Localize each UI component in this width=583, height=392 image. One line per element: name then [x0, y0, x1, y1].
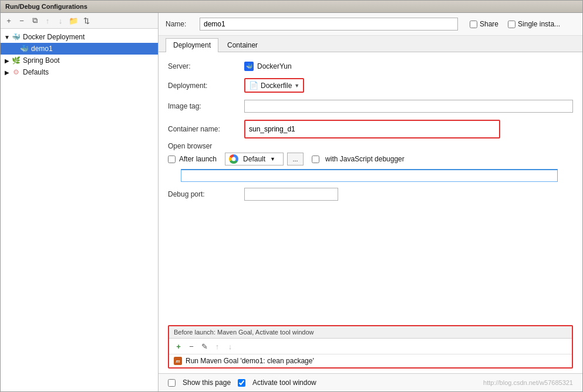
demo1-icon: 🐳 — [19, 44, 29, 53]
before-edit-button[interactable]: ✎ — [198, 340, 210, 352]
open-browser-label: Open browser — [168, 142, 573, 150]
spring-boot-icon: 🌿 — [11, 56, 21, 65]
share-label: Share — [480, 20, 498, 28]
maven-goal-label: Run Maven Goal 'demo1: clean package' — [186, 357, 314, 365]
single-instance-label: Single insta... — [518, 20, 560, 28]
name-label: Name: — [166, 20, 195, 28]
left-toolbar: + − ⧉ ↑ ↓ 📁 ⇅ — [1, 13, 158, 29]
share-area: Share — [470, 20, 498, 28]
defaults-icon: ⚙ — [11, 67, 21, 77]
activate-tool-label: Activate tool window — [252, 379, 316, 387]
main-window: Run/Debug Configurations + − ⧉ ↑ ↓ 📁 ⇅ ▼… — [0, 0, 583, 392]
show-page-label: Show this page — [183, 379, 231, 387]
add-config-button[interactable]: + — [3, 15, 15, 26]
image-tag-input[interactable] — [244, 100, 573, 113]
title-bar: Run/Debug Configurations — [1, 1, 582, 13]
sort-button[interactable]: ⇅ — [80, 15, 92, 26]
before-launch-title: Before launch: Maven Goal, Activate tool… — [174, 329, 314, 336]
server-docker-icon: 🐳 — [244, 62, 254, 71]
copy-config-button[interactable]: ⧉ — [29, 15, 41, 26]
single-instance-area: Single insta... — [508, 20, 560, 28]
tree-item-demo1[interactable]: 🐳 demo1 — [1, 43, 158, 55]
chrome-icon — [229, 154, 238, 164]
debug-port-input[interactable] — [244, 188, 338, 201]
after-launch-label: After launch — [179, 155, 217, 163]
url-row — [168, 169, 573, 182]
image-tag-row: Image tag: — [168, 96, 573, 116]
name-input[interactable] — [200, 18, 458, 31]
share-checkbox[interactable] — [470, 21, 477, 28]
spring-boot-label: Spring Boot — [23, 56, 60, 65]
before-launch-toolbar: + − ✎ ↑ ↓ — [169, 339, 572, 354]
server-label: Server: — [168, 62, 244, 70]
server-name: DockerYun — [257, 62, 292, 70]
before-launch-header: Before launch: Maven Goal, Activate tool… — [169, 326, 572, 339]
dockerfile-icon: 📄 — [249, 81, 258, 90]
config-area: Server: 🐳 DockerYun Deployment: 📄 Docker… — [159, 52, 582, 325]
after-launch-checkbox[interactable] — [168, 156, 176, 163]
tree-arrow-docker: ▼ — [3, 33, 11, 41]
deployment-dropdown-arrow[interactable]: ▼ — [294, 83, 299, 89]
tabs-bar: Deployment Container — [159, 36, 582, 52]
container-name-row: Container name: — [168, 116, 573, 142]
show-page-checkbox[interactable] — [168, 379, 176, 387]
debug-port-row: Debug port: — [168, 184, 573, 204]
tree-arrow-demo1 — [11, 45, 19, 53]
watermark: http://blog.csdn.net/w57685321 — [483, 379, 573, 386]
title-text: Run/Debug Configurations — [5, 3, 87, 10]
server-row: Server: 🐳 DockerYun — [168, 58, 573, 75]
debug-port-label: Debug port: — [168, 190, 244, 198]
tab-container[interactable]: Container — [220, 38, 265, 52]
url-input[interactable] — [181, 169, 558, 182]
single-instance-checkbox[interactable] — [508, 21, 515, 28]
before-add-button[interactable]: + — [173, 340, 184, 352]
defaults-label: Defaults — [23, 68, 49, 76]
browser-name: Default — [243, 155, 265, 163]
before-down-button[interactable]: ↓ — [224, 340, 236, 352]
js-debugger-label: with JavaScript debugger — [325, 155, 405, 163]
before-remove-button[interactable]: − — [186, 340, 197, 352]
tree-area: ▼ 🐳 Docker Deployment 🐳 demo1 ▶ 🌿 Spring… — [1, 29, 158, 391]
before-launch-area: Before launch: Maven Goal, Activate tool… — [168, 325, 573, 369]
server-value: 🐳 DockerYun — [244, 62, 292, 71]
tree-group-docker[interactable]: ▼ 🐳 Docker Deployment — [1, 31, 158, 43]
main-content: + − ⧉ ↑ ↓ 📁 ⇅ ▼ 🐳 Docker Deployment 🐳 — [1, 13, 582, 391]
tree-arrow-spring: ▶ — [3, 56, 11, 65]
deployment-value: Dockerfile — [261, 82, 292, 90]
container-name-section — [244, 120, 500, 138]
tree-arrow-defaults: ▶ — [3, 68, 11, 76]
before-up-button[interactable]: ↑ — [211, 340, 223, 352]
remove-config-button[interactable]: − — [16, 15, 28, 26]
deployment-label: Deployment: — [168, 82, 244, 90]
deployment-section: 📄 Dockerfile ▼ — [244, 78, 304, 93]
move-up-button[interactable]: ↑ — [42, 15, 53, 26]
deployment-row: Deployment: 📄 Dockerfile ▼ — [168, 75, 573, 96]
container-name-label: Container name: — [168, 125, 244, 133]
activate-tool-checkbox[interactable] — [238, 379, 245, 387]
more-button[interactable]: ... — [287, 153, 304, 165]
tree-item-defaults[interactable]: ▶ ⚙ Defaults — [1, 66, 158, 78]
left-panel: + − ⧉ ↑ ↓ 📁 ⇅ ▼ 🐳 Docker Deployment 🐳 — [1, 13, 159, 391]
docker-group-label: Docker Deployment — [23, 33, 85, 41]
browser-dropdown-arrow[interactable]: ▼ — [270, 156, 275, 162]
folder-button[interactable]: 📁 — [68, 15, 79, 26]
name-row: Name: Share Single insta... — [159, 13, 582, 36]
tree-item-spring-boot[interactable]: ▶ 🌿 Spring Boot — [1, 55, 158, 66]
before-launch-item: m Run Maven Goal 'demo1: clean package' — [169, 354, 572, 367]
docker-group-icon: 🐳 — [11, 32, 21, 42]
image-tag-label: Image tag: — [168, 102, 244, 110]
browser-row: After launch Default ▼ ... with JavaScri… — [168, 150, 573, 168]
maven-icon: m — [174, 357, 182, 365]
tab-deployment[interactable]: Deployment — [166, 38, 218, 52]
right-panel: Name: Share Single insta... Deployment C… — [159, 13, 582, 391]
browser-select[interactable]: Default ▼ — [225, 153, 284, 165]
bottom-bar: Show this page Activate tool window http… — [159, 373, 582, 391]
move-down-button[interactable]: ↓ — [55, 15, 66, 26]
js-debugger-checkbox[interactable] — [312, 156, 319, 163]
container-name-input[interactable] — [249, 123, 496, 136]
demo1-label: demo1 — [31, 45, 53, 53]
